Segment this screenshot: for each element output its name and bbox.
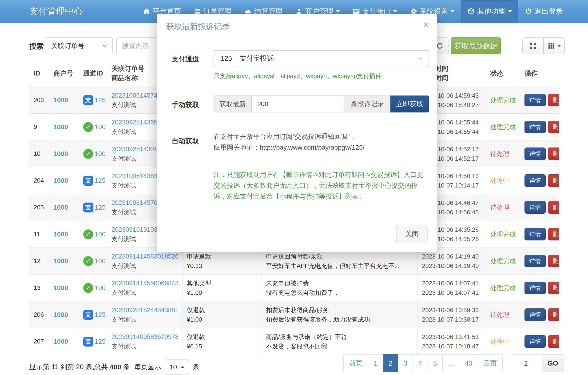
delete-button[interactable]: 删除 bbox=[548, 335, 559, 348]
detail-button[interactable]: 详情 bbox=[525, 282, 546, 294]
cube-icon bbox=[467, 8, 475, 15]
wechat-icon: ✓ bbox=[83, 256, 93, 266]
home-icon bbox=[143, 8, 150, 15]
page-1[interactable]: 1 bbox=[368, 354, 383, 372]
alipay-icon: 支 bbox=[83, 203, 93, 213]
channel-id: 100 bbox=[94, 123, 105, 130]
nav-item-other-functions[interactable]: 其他功能 bbox=[461, 0, 518, 22]
nav-item-label: 其他功能 bbox=[477, 7, 505, 16]
detail-button[interactable]: 详情 bbox=[525, 228, 546, 240]
payment-channel-value: 125__支付宝投诉 bbox=[220, 54, 274, 63]
order-link[interactable]: 2023091409583679978 bbox=[112, 333, 178, 340]
page-4[interactable]: 4 bbox=[413, 354, 428, 372]
page-2-active[interactable]: 2 bbox=[383, 354, 398, 372]
merchant-link[interactable]: 1000 bbox=[53, 311, 68, 318]
fetch-now-button[interactable]: 立即获取 bbox=[390, 96, 429, 112]
page-next[interactable]: 后页 bbox=[478, 354, 503, 372]
merchant-link[interactable]: 1000 bbox=[53, 204, 68, 211]
col-header-action: 操作 bbox=[520, 60, 559, 87]
manual-fetch-label: 手动获取 bbox=[172, 100, 199, 110]
chevron-down-icon bbox=[102, 43, 108, 49]
page-ellipsis: ... bbox=[443, 354, 459, 372]
auto-fetch-text: 在支付宝开放平台应用订阅“交易投诉通知回调”， 应用网关地址：http://pa… bbox=[214, 131, 365, 153]
merchant-link[interactable]: 1000 bbox=[53, 150, 68, 157]
nav-item-logout[interactable]: 退出登录 bbox=[518, 0, 569, 22]
fetch-latest-data-button[interactable]: 获取最新数据 bbox=[451, 37, 501, 54]
delete-button[interactable]: 删除 bbox=[548, 308, 559, 321]
order-link[interactable]: 20231006145747 bbox=[112, 92, 161, 99]
order-link[interactable]: 2023091414583018526 bbox=[112, 253, 178, 260]
delete-button[interactable]: 删除 bbox=[548, 201, 559, 214]
chevron-down-icon bbox=[417, 55, 423, 62]
alipay-icon: 支 bbox=[83, 176, 93, 186]
status-badge: 待处理 bbox=[490, 311, 509, 318]
merchant-link[interactable]: 1000 bbox=[53, 231, 68, 238]
search-type-select[interactable]: 关联订单号 bbox=[45, 37, 113, 54]
detail-button[interactable]: 详情 bbox=[525, 121, 546, 133]
delete-button[interactable]: 删除 bbox=[548, 282, 559, 294]
page-5[interactable]: 5 bbox=[428, 354, 443, 372]
order-link[interactable]: 2023091414550066843 bbox=[112, 280, 178, 287]
channel-id: 125 bbox=[94, 204, 105, 211]
channel-id: 125 bbox=[94, 96, 105, 104]
status-badge: 处理中 bbox=[490, 177, 509, 184]
detail-button[interactable]: 详情 bbox=[525, 335, 546, 348]
fullscreen-button[interactable] bbox=[522, 37, 544, 54]
manual-count-input[interactable] bbox=[251, 96, 344, 112]
close-button-label: 关闭 bbox=[405, 229, 419, 239]
detail-button[interactable]: 详情 bbox=[525, 148, 546, 160]
order-link[interactable]: 20230925143654 bbox=[112, 119, 161, 126]
detail-button[interactable]: 详情 bbox=[525, 255, 546, 267]
order-link[interactable]: 20231006143837 bbox=[112, 172, 161, 180]
detail-button[interactable]: 详情 bbox=[525, 201, 546, 214]
delete-button[interactable]: 删除 bbox=[548, 228, 559, 240]
col-header-merchant: 商户号 bbox=[49, 60, 79, 87]
page-jump-input[interactable] bbox=[510, 354, 542, 372]
detail-button[interactable]: 详情 bbox=[525, 174, 546, 187]
delete-button[interactable]: 删除 bbox=[548, 94, 559, 106]
delete-button[interactable]: 删除 bbox=[548, 255, 559, 267]
merchant-link[interactable]: 1000 bbox=[53, 257, 68, 265]
order-link[interactable]: 20231006145700 bbox=[112, 199, 161, 206]
go-button[interactable]: GO bbox=[542, 354, 564, 372]
table-row: 207 1000 支125 2023091409583679978支付测试 仅退… bbox=[29, 328, 559, 355]
page: 支付管理中心 平台首页 订单管理 结算管理 商户管理 支付接口 bbox=[0, 0, 588, 375]
per-page-select[interactable]: 10 bbox=[165, 359, 189, 375]
page-40[interactable]: 40 bbox=[459, 354, 478, 372]
channel-id: 100 bbox=[94, 231, 105, 238]
delete-button[interactable]: 删除 bbox=[548, 174, 559, 187]
table-tools bbox=[522, 37, 565, 54]
order-link[interactable]: 2023092818244343881 bbox=[112, 307, 178, 314]
merchant-link[interactable]: 1000 bbox=[53, 177, 68, 184]
payment-channel-select[interactable]: 125__支付宝投诉 bbox=[214, 50, 429, 67]
page-3[interactable]: 3 bbox=[398, 354, 413, 372]
search-type-value: 关联订单号 bbox=[51, 41, 84, 50]
col-header-status: 状态 bbox=[486, 60, 520, 87]
delete-button[interactable]: 删除 bbox=[548, 121, 559, 133]
columns-toggle-button[interactable] bbox=[544, 37, 565, 54]
modal-note: 注：只能获取到用户在【账单详情->对此订单有疑问->交易投诉】入口提交的投诉（大… bbox=[214, 169, 429, 202]
merchant-link[interactable]: 1000 bbox=[53, 123, 68, 130]
channel-help-text: 只支持alipay、alipaysl、alipayd、wxpayn、wxpayn… bbox=[214, 72, 381, 80]
merchant-link[interactable]: 1000 bbox=[53, 338, 68, 345]
modal-header-divider bbox=[157, 36, 437, 36]
chevron-up-icon bbox=[181, 366, 184, 368]
total-count: 400 bbox=[110, 363, 121, 371]
pagination: 前页 1 2 3 4 5 ... 40 后页 bbox=[343, 354, 503, 372]
order-link[interactable]: 20230925143012 bbox=[112, 146, 161, 153]
merchant-link[interactable]: 1000 bbox=[53, 96, 68, 104]
detail-button[interactable]: 详情 bbox=[525, 308, 546, 321]
channel-id: 100 bbox=[94, 150, 105, 157]
close-button[interactable]: 关闭 bbox=[396, 225, 428, 243]
channel-id: 125 bbox=[94, 311, 105, 318]
delete-button[interactable]: 删除 bbox=[548, 148, 559, 160]
merchant-link[interactable]: 1000 bbox=[53, 284, 68, 291]
detail-button[interactable]: 详情 bbox=[525, 94, 546, 106]
manual-suffix-addon: 条投诉记录 bbox=[344, 96, 390, 112]
order-link[interactable]: 20230916131038 bbox=[112, 226, 161, 233]
close-icon[interactable]: × bbox=[423, 20, 429, 30]
chevron-down-icon bbox=[508, 10, 512, 12]
product-name: 支付测试 bbox=[112, 342, 178, 351]
wechat-icon: ✓ bbox=[83, 229, 93, 239]
page-prev[interactable]: 前页 bbox=[343, 354, 368, 372]
